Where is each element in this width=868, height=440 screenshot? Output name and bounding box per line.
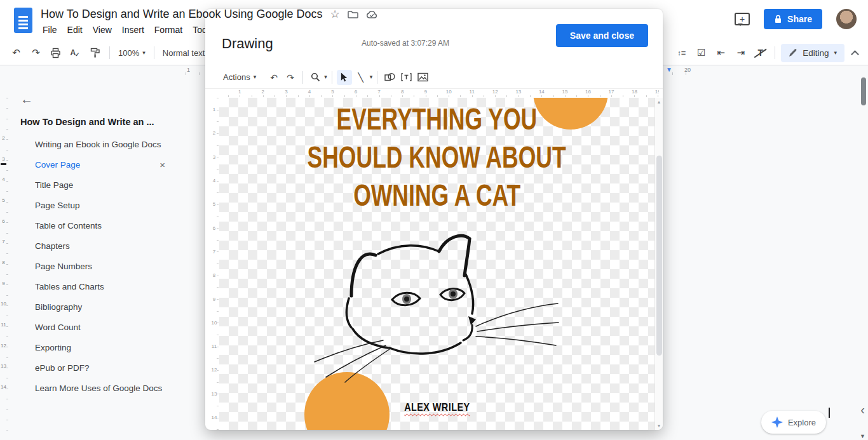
ruler-number: 14 <box>0 377 7 397</box>
undo-icon[interactable]: ↶ <box>8 44 25 62</box>
line-tool-icon[interactable]: ╲ <box>353 70 369 85</box>
drawing-canvas[interactable]: EVERYTHING YOUSHOULD KNOW ABOUTOWNING A … <box>219 98 654 430</box>
redo-icon[interactable]: ↷ <box>283 70 298 85</box>
drawing-horizontal-ruler: 12345678910111213141516171819 <box>219 89 659 98</box>
outline-item[interactable]: Chapters × <box>9 236 184 256</box>
hide-menus-icon[interactable] <box>851 50 859 58</box>
zoom-tool-icon[interactable] <box>308 70 323 85</box>
select-tool-icon[interactable] <box>337 70 352 85</box>
ruler-number: 1 <box>187 67 190 73</box>
outline-item[interactable]: Table of Contents × <box>9 215 184 236</box>
drawing-dialog: Drawing Auto-saved at 3:07:29 AM Save an… <box>205 9 663 430</box>
caret-down-icon: ▾ <box>834 50 837 56</box>
outline-item-label: Cover Page <box>35 160 80 170</box>
ruler-ticks <box>228 95 659 97</box>
caret-down-icon[interactable]: ▾ <box>370 74 373 80</box>
cover-title-line: EVERYTHING YOU <box>337 100 538 138</box>
outline-item-label: Writing an Ebook in Google Docs <box>35 140 161 149</box>
cloud-status-icon[interactable] <box>366 10 377 19</box>
ruler-number: 16 <box>576 89 600 95</box>
ruler-number: 12 <box>0 335 7 356</box>
spelling-check-icon[interactable]: A✓ <box>67 44 84 62</box>
paint-format-icon[interactable] <box>86 44 104 62</box>
cover-title-text[interactable]: EVERYTHING YOUSHOULD KNOW ABOUTOWNING A … <box>219 100 654 215</box>
cat-line-art-image[interactable] <box>313 235 562 373</box>
outline-item[interactable]: Tables and Charts × <box>9 276 184 297</box>
caret-down-icon[interactable]: ▾ <box>324 74 327 80</box>
explore-button[interactable]: Explore <box>761 411 826 434</box>
cover-title-line: OWNING A CAT <box>353 177 520 215</box>
drawing-canvas-scrollbar[interactable]: ▲ ▼ <box>654 98 663 430</box>
redo-icon[interactable]: ↷ <box>27 44 44 62</box>
doc-title-row: How To Design and Write an Ebook Using G… <box>41 8 377 21</box>
indent-increase-icon[interactable]: ⇥ <box>732 44 749 62</box>
document-outline-panel: ← How To Design and Write an ... Writing… <box>9 76 184 440</box>
ruler-numbers: 12345678910111213141516171819 <box>219 89 659 95</box>
actions-menu[interactable]: Actions ▾ <box>220 72 259 82</box>
menu-item[interactable]: Format <box>150 23 187 36</box>
menu-item[interactable]: View <box>88 23 116 36</box>
outline-item[interactable]: Exporting × <box>9 337 184 357</box>
outline-item[interactable]: Cover Page × <box>9 154 184 175</box>
account-avatar[interactable] <box>836 9 857 29</box>
outline-item-label: Page Setup <box>35 201 80 210</box>
text-box-tool-icon[interactable] <box>398 70 414 85</box>
zoom-select[interactable]: 100% ▾ <box>116 48 148 58</box>
google-docs-logo-icon[interactable] <box>14 8 32 33</box>
vertical-ruler[interactable]: 234567891011121314 <box>0 76 9 440</box>
menu-item[interactable]: Insert <box>118 23 149 36</box>
remove-from-outline-icon[interactable]: × <box>159 159 165 170</box>
editing-mode-button[interactable]: Editing ▾ <box>781 44 844 62</box>
caret-down-icon: ▾ <box>142 50 146 56</box>
print-icon[interactable] <box>47 44 64 62</box>
outline-item[interactable]: Bibliography × <box>9 297 184 317</box>
ruler-number: 10 <box>0 294 7 315</box>
shape-tool-icon[interactable] <box>382 70 397 85</box>
cover-author-text[interactable]: ALEX WRILEY <box>219 401 654 414</box>
ruler-number: 13 <box>0 356 7 377</box>
outline-item-label: Word Count <box>35 323 81 332</box>
menu-item[interactable]: Edit <box>63 23 87 36</box>
outline-item[interactable]: Writing an Ebook in Google Docs × <box>9 134 184 154</box>
indent-marker-icon[interactable]: ▼ <box>666 67 672 73</box>
close-outline-icon[interactable]: ← <box>20 92 33 107</box>
ruler-number: 11 <box>460 89 484 95</box>
outline-item[interactable]: Word Count × <box>9 317 184 337</box>
checklist-icon[interactable]: ☑ <box>693 44 710 62</box>
star-icon[interactable]: ☆ <box>330 9 340 20</box>
cover-title-line: SHOULD KNOW ABOUT <box>308 138 566 177</box>
scroll-up-icon[interactable]: ▲ <box>655 100 663 104</box>
doc-title[interactable]: How To Design and Write an Ebook Using G… <box>41 8 323 21</box>
ruler-number: 6 <box>0 211 7 232</box>
undo-icon[interactable]: ↶ <box>266 70 281 85</box>
outline-item[interactable]: Title Page × <box>9 175 184 195</box>
scroll-down-icon[interactable]: ▼ <box>655 423 663 428</box>
editing-mode-label: Editing <box>803 48 829 58</box>
clear-formatting-icon[interactable]: T <box>752 44 769 62</box>
share-button[interactable]: Share <box>764 9 822 29</box>
ruler-ticks <box>217 98 219 430</box>
scroll-down-icon[interactable]: ▼ <box>860 433 865 439</box>
outline-item[interactable]: Page Setup × <box>9 195 184 215</box>
move-folder-icon[interactable] <box>348 10 358 19</box>
outline-item[interactable]: ePub or PDF? × <box>9 357 184 378</box>
scrollbar-thumb[interactable] <box>656 156 662 356</box>
explore-icon <box>771 417 783 428</box>
document-scrollbar-thumb[interactable] <box>861 77 866 105</box>
outline-item[interactable]: Page Numbers × <box>9 256 184 276</box>
hide-side-panel-icon[interactable]: ‹ <box>860 403 865 417</box>
outline-item[interactable]: Learn More Uses of Google Docs × <box>9 378 184 398</box>
text-caret <box>829 408 830 418</box>
line-spacing-icon[interactable]: ↕≡ <box>673 44 690 62</box>
ruler-number: 7 <box>0 231 7 252</box>
indent-decrease-icon[interactable]: ⇤ <box>712 44 729 62</box>
menu-item[interactable]: File <box>38 23 62 36</box>
outline-item-label: Table of Contents <box>35 221 102 230</box>
outline-item-label: Title Page <box>35 180 73 190</box>
ruler-number: 2 <box>0 128 7 149</box>
ruler-number: 19 <box>646 89 659 95</box>
save-and-close-button[interactable]: Save and close <box>556 24 648 47</box>
ruler-number: 17 <box>600 89 623 95</box>
open-comments-icon[interactable]: + <box>735 13 750 25</box>
insert-image-icon[interactable] <box>415 70 430 85</box>
